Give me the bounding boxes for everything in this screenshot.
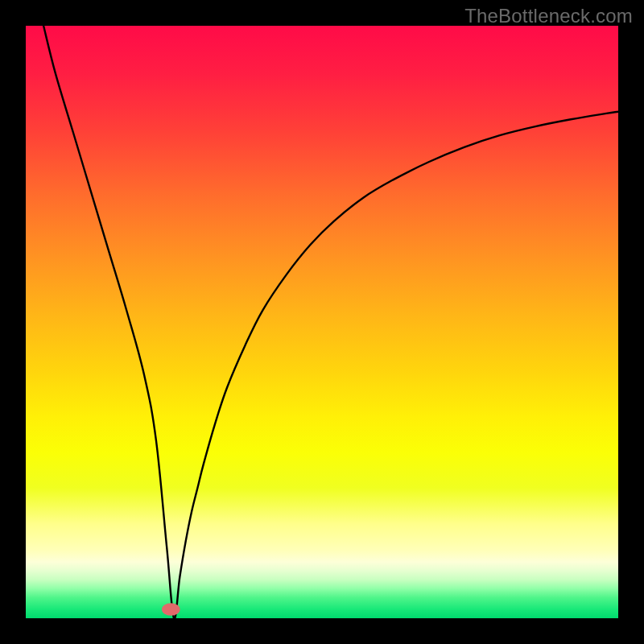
plot-area [26, 26, 618, 618]
chart-frame: TheBottleneck.com [0, 0, 644, 644]
bottleneck-chart [26, 26, 618, 618]
gradient-background [26, 26, 618, 618]
watermark-text: TheBottleneck.com [464, 5, 633, 27]
minimum-marker [162, 603, 180, 615]
